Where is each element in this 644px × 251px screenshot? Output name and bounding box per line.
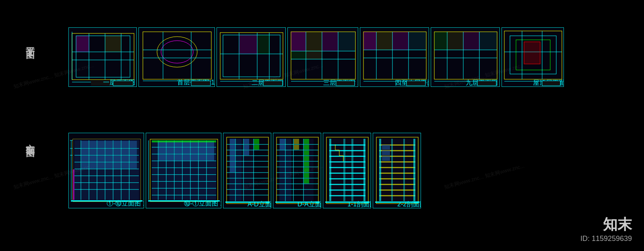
svg-rect-25 [191,81,211,86]
plan-card-4[interactable]: 三层平面图 1:100 [287,27,358,87]
plan-card-3[interactable]: 二层平面图 1:100 [217,27,286,87]
svg-rect-279 [379,178,415,179]
svg-rect-216 [254,139,259,144]
svg-rect-128 [97,156,105,162]
svg-rect-176 [191,148,198,154]
svg-rect-127 [89,156,97,162]
svg-rect-89 [524,42,540,64]
svg-rect-215 [244,150,249,155]
svg-rect-212 [230,167,235,172]
svg-rect-117 [122,141,129,148]
svg-rect-257 [329,161,365,163]
svg-rect-180 [167,154,174,160]
svg-rect-178 [207,148,214,154]
svg-rect-78 [479,32,497,50]
svg-rect-244 [304,156,309,161]
svg-rect-122 [105,149,113,155]
svg-rect-256 [329,156,365,157]
svg-text:1-1剖面图 1:50: 1-1剖面图 1:50 [347,201,371,208]
svg-rect-123 [114,149,121,155]
section-card-5[interactable]: 1-1剖面图 1:50 [323,133,371,208]
svg-text:⑩-①立面图 1:50: ⑩-①立面图 1:50 [184,200,221,207]
svg-rect-181 [175,154,182,160]
plan-svg-7: 屋顶层平面图 1:100 [502,28,564,87]
svg-rect-286 [403,139,405,201]
svg-rect-146 [73,169,74,200]
svg-rect-254 [329,144,365,146]
svg-rect-186 [152,140,216,142]
svg-rect-282 [379,195,415,196]
svg-rect-283 [379,139,381,201]
brand-name: 知末 [580,215,632,235]
section-card-4[interactable]: D-A立面图 1:50 [273,133,321,208]
svg-rect-61 [363,32,376,50]
svg-rect-260 [329,178,365,179]
svg-rect-9 [105,36,121,52]
svg-rect-264 [329,139,331,201]
section-svg-4: D-A立面图 1:50 [273,133,321,208]
plan-card-5[interactable]: 四至八层平面图 1:100 [360,27,429,87]
svg-text:A-D立面图 1:50: A-D立面图 1:50 [248,201,271,208]
svg-rect-287 [382,145,390,150]
svg-rect-240 [294,145,299,150]
svg-rect-63 [392,32,409,50]
svg-rect-135 [97,163,105,169]
svg-rect-129 [105,156,113,162]
plan-svg-2: 首层平面图 1:100 [139,28,215,87]
section-svg-6: 2-2剖面图 1:50 [373,133,421,208]
svg-rect-288 [382,150,390,155]
svg-rect-132 [130,156,137,162]
svg-rect-245 [304,162,309,167]
svg-rect-50 [306,51,322,59]
svg-rect-179 [159,154,166,160]
svg-rect-131 [122,156,129,162]
section-svg-3: A-D立面图 1:50 [223,133,271,208]
plan-card-1[interactable]: 一层平面图 1:100 [68,27,137,87]
svg-rect-81 [477,81,496,86]
plan-card-6[interactable]: 九层平面图 1:100 [431,27,500,87]
svg-rect-118 [130,141,137,148]
svg-rect-53 [336,81,355,86]
svg-rect-45 [291,32,306,51]
svg-rect-267 [351,139,353,201]
plan-svg-5: 四至八层平面图 1:100 [360,28,429,87]
svg-rect-67 [407,81,425,86]
svg-rect-37 [263,81,283,86]
svg-rect-76 [447,32,463,50]
section-card-2[interactable]: ⑩-①立面图 1:50 [146,133,221,208]
svg-rect-243 [304,150,309,155]
plan-drawings-row: 一层平面图 1:100 首层平面图 1:100 [68,27,564,87]
svg-rect-77 [463,32,479,50]
section-card-3[interactable]: A-D立面图 1:50 [223,133,271,208]
svg-rect-276 [379,161,415,163]
plan-card-7[interactable]: 屋顶层平面图 1:100 [502,27,564,87]
plan-card-2[interactable]: 首层平面图 1:100 [138,27,215,87]
svg-rect-120 [89,149,97,155]
svg-rect-48 [338,32,355,51]
section-card-1[interactable]: ①-⑩立面图 1:50 [68,133,144,208]
svg-rect-124 [122,149,129,155]
svg-rect-280 [379,184,415,185]
section-svg-1: ①-⑩立面图 1:50 [69,133,144,208]
section-card-6[interactable]: 2-2剖面图 1:50 [373,133,421,208]
svg-rect-121 [97,149,105,155]
svg-rect-285 [391,139,393,201]
svg-rect-113 [89,141,97,148]
svg-rect-112 [81,141,89,148]
svg-rect-136 [105,163,113,169]
svg-rect-258 [329,167,365,168]
svg-text:D-A立面图 1:50: D-A立面图 1:50 [297,201,321,208]
svg-text:2-2剖面图 1:50: 2-2剖面图 1:50 [397,201,421,208]
svg-rect-239 [294,139,299,144]
svg-rect-182 [183,154,190,160]
svg-rect-261 [329,184,365,185]
svg-rect-263 [329,195,365,196]
svg-rect-138 [122,163,129,169]
svg-rect-237 [280,139,285,144]
svg-rect-174 [175,148,182,154]
svg-rect-289 [382,156,390,161]
brand-area: 知末 ID: 1159259639 [580,215,632,243]
svg-rect-125 [130,149,137,155]
svg-rect-34 [257,35,269,54]
svg-rect-172 [159,148,166,154]
